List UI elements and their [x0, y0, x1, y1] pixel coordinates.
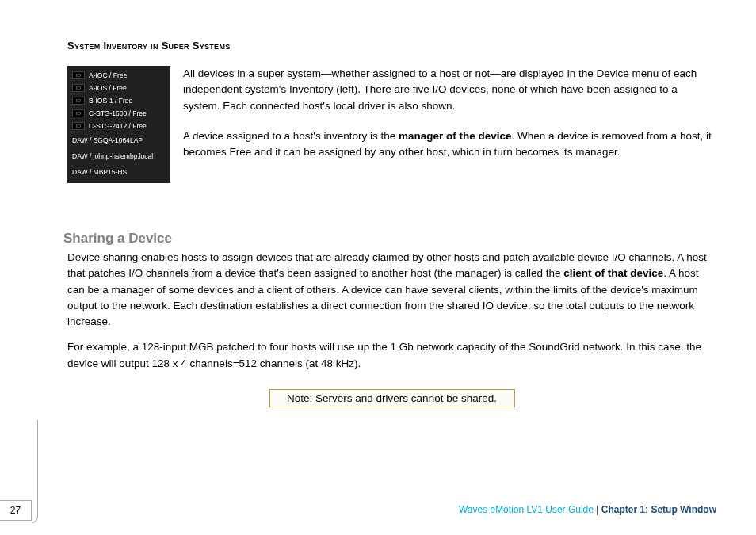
- device-menu-mockup: IO A-IOC / Free IO A-IOS / Free IO B-IOS…: [67, 66, 170, 183]
- page-corner-decoration: [32, 420, 38, 523]
- top-section: IO A-IOC / Free IO A-IOS / Free IO B-IOS…: [67, 66, 716, 183]
- device-row: IO C-STG-1608 / Free: [67, 107, 170, 120]
- device-label: C-STG-1608 / Free: [89, 109, 147, 117]
- device-row: IO C-STG-2412 / Free: [67, 120, 170, 132]
- content-area: System Inventory in Super Systems IO A-I…: [0, 0, 756, 431]
- paragraph: A device assigned to a host's inventory …: [183, 128, 716, 161]
- section-heading-inventory: System Inventory in Super Systems: [67, 40, 716, 52]
- device-label: A-IOC / Free: [89, 71, 127, 79]
- device-row: IO B-IOS-1 / Free: [67, 94, 170, 107]
- section-heading-sharing: Sharing a Device: [63, 231, 716, 246]
- device-row: IO A-IOC / Free: [67, 69, 170, 82]
- io-tag-icon: IO: [72, 109, 85, 117]
- paragraph: For example, a 128-input MGB patched to …: [67, 339, 716, 372]
- footer-separator: |: [594, 504, 601, 515]
- io-tag-icon: IO: [72, 97, 85, 105]
- footer-title: Waves eMotion LV1 User Guide: [459, 504, 594, 515]
- io-tag-icon: IO: [72, 71, 85, 79]
- device-row: DAW / MBP15-HS: [67, 164, 170, 180]
- device-label: C-STG-2412 / Free: [89, 122, 147, 130]
- device-row: DAW / johnp-hsiembp.local: [67, 148, 170, 164]
- text-span: A device assigned to a host's inventory …: [183, 130, 399, 142]
- page-number-tab: 27: [0, 500, 32, 521]
- io-tag-icon: IO: [72, 122, 85, 130]
- paragraph: Device sharing enables hosts to assign d…: [67, 250, 716, 330]
- device-row: IO A-IOS / Free: [67, 82, 170, 94]
- paragraph: All devices in a super system—whether as…: [183, 66, 716, 114]
- device-label: B-IOS-1 / Free: [89, 97, 132, 105]
- top-text-block: All devices in a super system—whether as…: [183, 66, 716, 183]
- device-label: A-IOS / Free: [89, 84, 127, 92]
- note-box: Note: Servers and drivers cannot be shar…: [269, 389, 515, 407]
- bold-text: manager of the device: [399, 130, 512, 142]
- body-text-block: Device sharing enables hosts to assign d…: [67, 250, 716, 372]
- device-row: DAW / SGQA-1064LAP: [67, 132, 170, 148]
- page-container: System Inventory in Super Systems IO A-I…: [0, 0, 756, 535]
- io-tag-icon: IO: [72, 84, 85, 92]
- footer-bar: Waves eMotion LV1 User Guide | Chapter 1…: [0, 504, 756, 515]
- bold-text: client of that device: [563, 267, 663, 279]
- footer-chapter: Chapter 1: Setup Window: [601, 504, 716, 515]
